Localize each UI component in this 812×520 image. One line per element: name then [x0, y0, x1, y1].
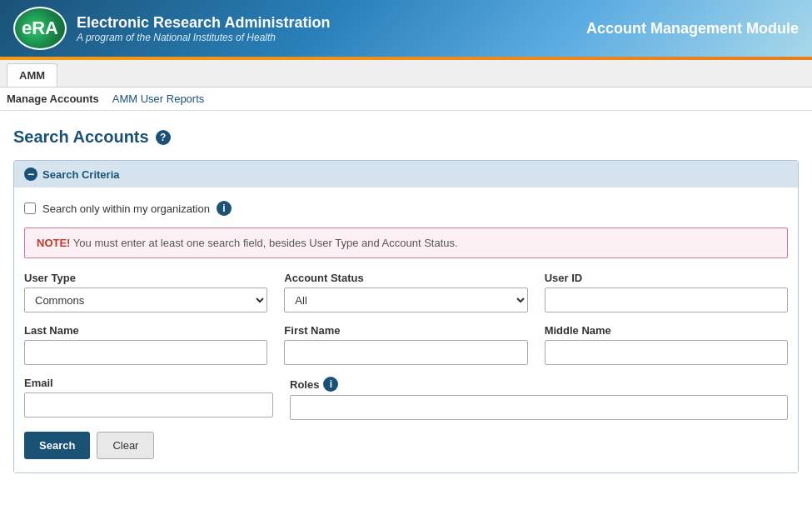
org-filter-label: Search only within my organization — [42, 202, 210, 215]
form-row-1: User Type Commons Agency Fed Account Sta… — [24, 272, 788, 312]
last-name-label: Last Name — [24, 324, 267, 337]
page-title-info-icon[interactable]: ? — [156, 130, 171, 145]
nav-manage-accounts[interactable]: Manage Accounts — [7, 92, 99, 105]
roles-group: Roles i — [290, 377, 788, 420]
page-title: Search Accounts — [13, 128, 149, 147]
note-box: NOTE! You must enter at least one search… — [24, 228, 788, 258]
email-input[interactable] — [24, 392, 273, 418]
middle-name-input[interactable] — [545, 340, 788, 365]
user-id-input[interactable] — [545, 288, 788, 312]
user-id-label: User ID — [545, 272, 788, 284]
header-title: Electronic Research Administration — [77, 14, 330, 32]
module-title: Account Management Module — [586, 20, 799, 38]
note-text: You must enter at least one search field… — [73, 237, 458, 249]
form-row-3: Email Roles i — [24, 377, 788, 420]
criteria-header-label: Search Criteria — [42, 168, 120, 181]
tab-bar: AMM — [0, 60, 812, 88]
header-subtitle: A program of the National Institutes of … — [77, 32, 330, 43]
search-button[interactable]: Search — [24, 432, 90, 459]
criteria-body: Search only within my organization i NOT… — [14, 188, 798, 472]
user-type-select[interactable]: Commons Agency Fed — [24, 288, 267, 312]
roles-input[interactable] — [290, 395, 788, 420]
search-criteria-panel: − Search Criteria Search only within my … — [13, 160, 799, 473]
org-filter-info-icon[interactable]: i — [217, 201, 232, 216]
email-label: Email — [24, 377, 273, 389]
page-title-row: Search Accounts ? — [13, 128, 799, 147]
last-name-group: Last Name — [24, 324, 267, 365]
roles-info-icon[interactable]: i — [323, 377, 338, 392]
account-status-group: Account Status All Active Inactive Pendi… — [284, 272, 527, 312]
last-name-input[interactable] — [24, 340, 267, 365]
email-group: Email — [24, 377, 273, 420]
org-filter-checkbox[interactable] — [24, 202, 36, 214]
account-status-select[interactable]: All Active Inactive Pending — [284, 288, 527, 312]
main-content: Search Accounts ? − Search Criteria Sear… — [0, 111, 812, 503]
header: eRA Electronic Research Administration A… — [0, 0, 812, 57]
header-left: eRA Electronic Research Administration A… — [13, 7, 330, 50]
era-logo-icon: eRA — [13, 7, 67, 50]
nav-links: Manage Accounts AMM User Reports — [0, 88, 812, 111]
header-text-block: Electronic Research Administration A pro… — [77, 14, 330, 43]
middle-name-label: Middle Name — [545, 324, 788, 337]
nav-amm-user-reports[interactable]: AMM User Reports — [112, 92, 205, 105]
roles-label: Roles — [290, 378, 319, 391]
middle-name-group: Middle Name — [545, 324, 788, 365]
roles-label-row: Roles i — [290, 377, 788, 392]
account-status-label: Account Status — [284, 272, 527, 284]
first-name-group: First Name — [284, 324, 527, 365]
criteria-header[interactable]: − Search Criteria — [14, 161, 798, 188]
form-row-2: Last Name First Name Middle Name — [24, 324, 788, 365]
tab-amm[interactable]: AMM — [7, 63, 57, 87]
user-type-group: User Type Commons Agency Fed — [24, 272, 267, 312]
clear-button[interactable]: Clear — [97, 432, 154, 459]
collapse-icon: − — [24, 168, 37, 181]
button-row: Search Clear — [24, 432, 788, 459]
user-type-label: User Type — [24, 272, 267, 284]
note-label: NOTE! — [37, 237, 70, 249]
first-name-label: First Name — [284, 324, 527, 337]
first-name-input[interactable] — [284, 340, 527, 365]
user-id-group: User ID — [545, 272, 788, 312]
org-filter-row: Search only within my organization i — [24, 201, 788, 216]
